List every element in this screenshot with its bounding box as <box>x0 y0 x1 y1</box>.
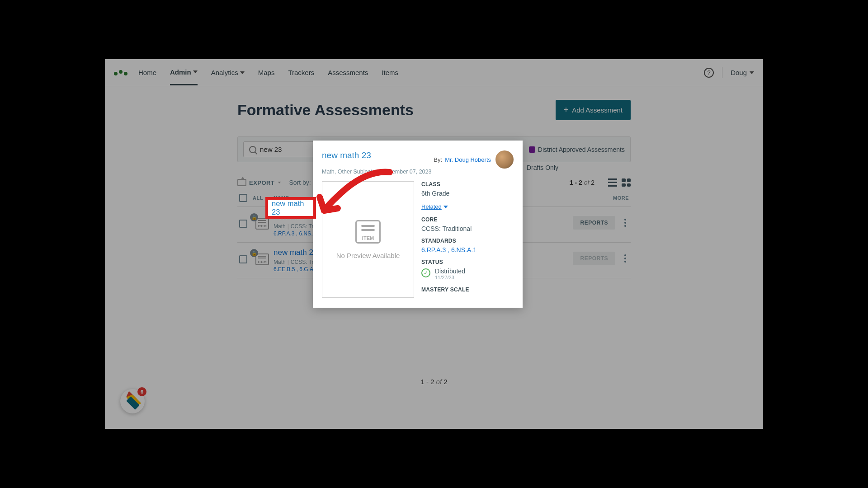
class-value: 6th Grade <box>421 190 514 197</box>
nav-items-link[interactable]: Items <box>382 60 398 85</box>
mastery-label: MASTERY SCALE <box>421 286 514 293</box>
item-icon: ITEM <box>355 220 381 244</box>
top-nav: Home Admin Analytics Maps Trackers Asses… <box>105 59 763 86</box>
help-widget-fab[interactable]: 6 <box>120 389 145 413</box>
help-icon[interactable]: ? <box>704 68 714 78</box>
chevron-down-icon <box>240 71 245 74</box>
export-button[interactable]: EXPORT <box>237 179 282 186</box>
nav-items: Home Admin Analytics Maps Trackers Asses… <box>138 60 398 85</box>
add-assessment-button[interactable]: +Add Assessment <box>556 100 631 120</box>
badge-icon <box>529 146 535 153</box>
popover-subhead: Math, Other Subjects|November 07, 2023 <box>322 169 514 175</box>
status-date: 11/27/23 <box>435 275 465 280</box>
nav-assessments[interactable]: Assessments <box>328 60 368 85</box>
reports-button[interactable]: REPORTS <box>573 216 615 230</box>
annotation-highlight: new math 23 <box>265 197 316 219</box>
chevron-down-icon <box>443 206 448 208</box>
pagination-top: 1 - 2 of 2 <box>570 179 594 186</box>
export-icon <box>237 179 246 186</box>
status-label: STATUS <box>421 259 514 265</box>
pagination-bottom: 1 - 2 of 2 <box>237 378 631 385</box>
chevron-down-icon <box>193 70 198 73</box>
notification-badge: 6 <box>137 387 146 396</box>
lock-icon: 🔒 <box>250 249 258 257</box>
standards-value[interactable]: 6.RP.A.3 , 6.NS.A.1 <box>421 246 514 253</box>
assessment-preview-popover: new math 23 By: Mr. Doug Roberts Math, O… <box>313 141 523 308</box>
grid-view-icon[interactable] <box>622 178 631 187</box>
lock-icon: 🔒 <box>250 213 258 221</box>
popover-title[interactable]: new math 23 <box>322 150 371 160</box>
page-title: Formative Assessments <box>237 101 414 119</box>
class-label: CLASS <box>421 181 514 188</box>
related-link[interactable]: Related <box>421 203 448 210</box>
nav-analytics[interactable]: Analytics <box>211 60 245 85</box>
sort-label: Sort by: <box>289 179 311 186</box>
standards-label: STANDARDS <box>421 238 514 244</box>
nav-maps[interactable]: Maps <box>258 60 275 85</box>
avatar <box>495 150 514 169</box>
core-value: CCSS: Traditional <box>421 225 514 232</box>
plus-icon: + <box>564 105 569 115</box>
status-value: Distributed <box>435 267 465 275</box>
chevron-down-icon <box>750 71 754 74</box>
preview-box: ITEM No Preview Available <box>322 181 414 298</box>
chevron-down-icon <box>278 182 281 183</box>
popover-by: By: Mr. Doug Roberts <box>434 150 514 169</box>
divider <box>722 67 722 78</box>
reports-button: REPORTS <box>573 252 615 265</box>
search-icon <box>249 146 256 153</box>
district-filter[interactable]: District Approved Assessments <box>529 146 625 153</box>
list-view-icon[interactable] <box>608 178 617 187</box>
core-label: CORE <box>421 216 514 223</box>
no-preview-text: No Preview Available <box>336 252 400 259</box>
nav-home[interactable]: Home <box>138 60 156 85</box>
row-checkbox[interactable] <box>239 255 247 263</box>
select-all-checkbox[interactable] <box>239 194 247 202</box>
nav-trackers[interactable]: Trackers <box>288 60 314 85</box>
drafts-filter[interactable]: Drafts Only <box>527 164 631 171</box>
nav-admin[interactable]: Admin <box>170 60 198 85</box>
row-checkbox[interactable] <box>239 220 247 228</box>
check-circle-icon: ✓ <box>421 268 430 277</box>
app-logo <box>114 70 127 75</box>
author-link[interactable]: Mr. Doug Roberts <box>445 156 491 163</box>
col-more: MORE <box>602 195 629 201</box>
more-menu-icon[interactable] <box>622 252 629 265</box>
more-menu-icon[interactable] <box>622 216 629 230</box>
user-menu[interactable]: Doug <box>731 69 754 76</box>
